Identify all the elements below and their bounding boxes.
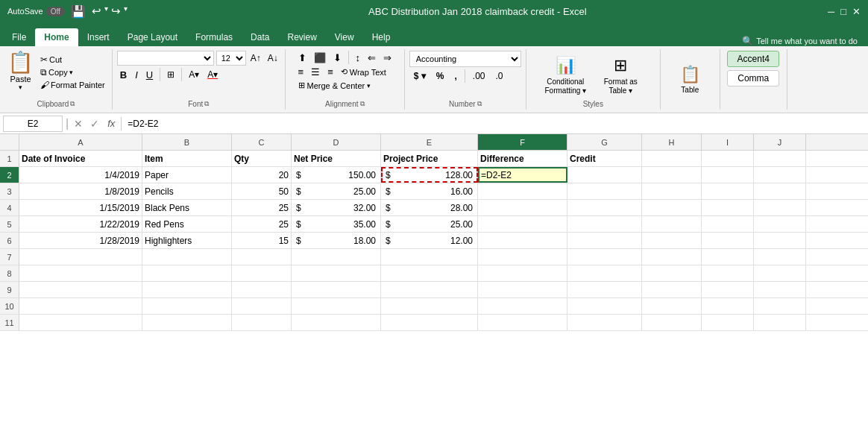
tab-file[interactable]: File	[3, 28, 35, 46]
cell-e9[interactable]	[381, 282, 478, 297]
row-num-7[interactable]: 7	[0, 249, 19, 265]
cell-c11[interactable]	[232, 315, 292, 330]
tab-data[interactable]: Data	[242, 28, 278, 46]
cell-f8[interactable]	[478, 265, 567, 281]
table-button[interactable]: 📋 Table	[667, 59, 712, 100]
align-right-button[interactable]: ≡	[324, 66, 336, 78]
cell-g9[interactable]	[567, 282, 642, 297]
align-left-button[interactable]: ≡	[295, 66, 307, 78]
align-middle-button[interactable]: ⬛	[311, 51, 329, 64]
row-num-8[interactable]: 8	[0, 265, 19, 281]
redo-button[interactable]: ↪	[111, 4, 121, 18]
cell-f1[interactable]: Difference	[478, 151, 567, 166]
cell-j9[interactable]	[754, 282, 806, 297]
cell-g8[interactable]	[567, 265, 642, 281]
font-family-select[interactable]	[117, 51, 214, 66]
row-num-10[interactable]: 10	[0, 298, 19, 314]
cell-b3[interactable]: Pencils	[142, 183, 232, 199]
cell-c7[interactable]	[232, 249, 292, 265]
cell-f11[interactable]	[478, 315, 567, 330]
cell-e6[interactable]: $12.00	[381, 233, 478, 248]
cell-j3[interactable]	[754, 183, 806, 199]
wrap-text-button[interactable]: ⟲ Wrap Text	[338, 66, 389, 78]
decrease-decimal-button[interactable]: .0	[491, 69, 508, 83]
merge-center-button[interactable]: ⊞ Merge & Center ▾	[295, 80, 374, 91]
cell-e2[interactable]: $128.00	[381, 167, 478, 183]
cell-i4[interactable]	[702, 200, 754, 215]
cell-d10[interactable]	[292, 298, 381, 314]
cell-e1[interactable]: Project Price	[381, 151, 478, 166]
cell-b8[interactable]	[142, 265, 232, 281]
copy-button[interactable]: ⧉ Copy ▾	[38, 66, 107, 78]
tab-review[interactable]: Review	[278, 28, 325, 46]
cell-e10[interactable]	[381, 298, 478, 314]
cell-e8[interactable]	[381, 265, 478, 281]
conditional-formatting-button[interactable]: 📊 ConditionalFormatting ▾	[539, 57, 591, 94]
cell-a1[interactable]: Date of Invoice	[19, 151, 142, 166]
cell-j2[interactable]	[754, 167, 806, 183]
tab-view[interactable]: View	[326, 28, 363, 46]
cell-a4[interactable]: 1/15/2019	[19, 200, 142, 215]
tab-insert[interactable]: Insert	[78, 28, 119, 46]
cell-h3[interactable]	[642, 183, 702, 199]
cell-h2[interactable]	[642, 167, 702, 183]
cell-b2[interactable]: Paper	[142, 167, 232, 183]
col-header-e[interactable]: E	[381, 134, 478, 150]
col-header-b[interactable]: B	[142, 134, 232, 150]
autosave-toggle[interactable]: Off	[46, 7, 65, 16]
cell-e7[interactable]	[381, 249, 478, 265]
cell-g5[interactable]	[567, 216, 642, 232]
cell-a5[interactable]: 1/22/2019	[19, 216, 142, 232]
cell-g6[interactable]	[567, 233, 642, 248]
cell-g10[interactable]	[567, 298, 642, 314]
cell-d2[interactable]: $150.00	[292, 167, 381, 183]
borders-button[interactable]: ⊞	[164, 69, 177, 81]
cell-c4[interactable]: 25	[232, 200, 292, 215]
maximize-button[interactable]: □	[840, 6, 846, 17]
format-as-table-button[interactable]: ⊞ Format asTable ▾	[594, 57, 647, 94]
cell-b5[interactable]: Red Pens	[142, 216, 232, 232]
cell-b1[interactable]: Item	[142, 151, 232, 166]
merge-dropdown[interactable]: ▾	[367, 82, 371, 89]
cell-c5[interactable]: 25	[232, 216, 292, 232]
indent-decrease-button[interactable]: ⇐	[365, 51, 379, 64]
cell-j11[interactable]	[754, 315, 806, 330]
close-button[interactable]: ✕	[852, 6, 861, 17]
number-expand[interactable]: ⧉	[477, 100, 482, 108]
align-top-button[interactable]: ⬆	[295, 51, 309, 64]
cell-h1[interactable]	[642, 151, 702, 166]
cell-d9[interactable]	[292, 282, 381, 297]
underline-button[interactable]: U	[143, 69, 156, 81]
tell-me-text[interactable]: Tell me what you want to do	[756, 37, 858, 45]
align-center-button[interactable]: ☰	[308, 66, 323, 78]
cell-f5[interactable]	[478, 216, 567, 232]
cell-h8[interactable]	[642, 265, 702, 281]
cell-a11[interactable]	[19, 315, 142, 330]
comma-button[interactable]: ,	[450, 69, 461, 83]
cell-f4[interactable]	[478, 200, 567, 215]
cell-h11[interactable]	[642, 315, 702, 330]
col-header-c[interactable]: C	[232, 134, 292, 150]
cell-b10[interactable]	[142, 298, 232, 314]
increase-decimal-button[interactable]: .00	[468, 69, 490, 83]
formula-confirm-button[interactable]: ✓	[88, 118, 101, 130]
cell-c6[interactable]: 15	[232, 233, 292, 248]
cell-j5[interactable]	[754, 216, 806, 232]
font-color-button[interactable]: A▾	[204, 69, 221, 81]
col-header-i[interactable]: I	[702, 134, 754, 150]
cell-f2[interactable]: =D2-E2	[478, 167, 567, 183]
paste-button[interactable]: 📋 Paste ▾	[4, 51, 37, 92]
cell-c3[interactable]: 50	[232, 183, 292, 199]
row-num-3[interactable]: 3	[0, 183, 19, 199]
cell-f9[interactable]	[478, 282, 567, 297]
row-num-5[interactable]: 5	[0, 216, 19, 232]
formula-cancel-button[interactable]: ✕	[72, 118, 85, 130]
cell-i1[interactable]	[702, 151, 754, 166]
save-icon[interactable]: 💾	[71, 4, 86, 19]
alignment-expand[interactable]: ⧉	[360, 100, 365, 108]
cell-c10[interactable]	[232, 298, 292, 314]
comma-style-button[interactable]: Comma	[727, 70, 779, 86]
align-bottom-button[interactable]: ⬇	[330, 51, 345, 64]
cell-d7[interactable]	[292, 249, 381, 265]
clipboard-expand[interactable]: ⧉	[70, 100, 75, 108]
